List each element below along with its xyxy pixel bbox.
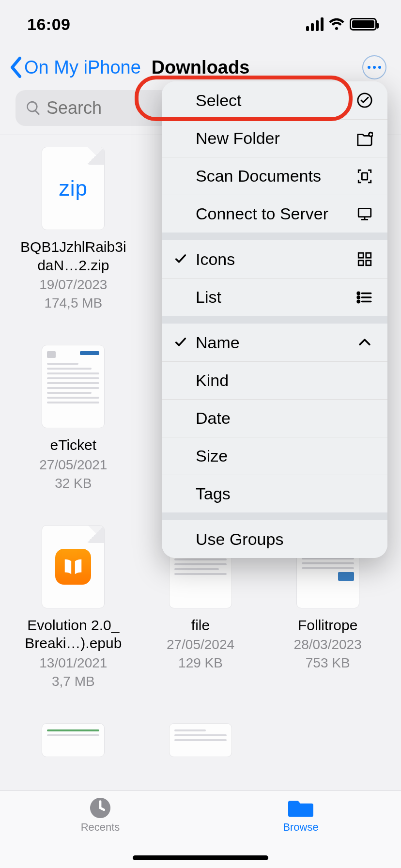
tab-label: Recents [81, 821, 120, 834]
context-menu: Select New Folder Scan Documents Connect… [162, 81, 387, 558]
svg-rect-6 [358, 261, 363, 265]
menu-label: Name [196, 333, 240, 352]
svg-point-8 [357, 292, 359, 294]
menu-select[interactable]: Select [162, 81, 387, 119]
file-size: 753 KB [306, 655, 350, 671]
folder-icon [288, 797, 313, 819]
zip-icon: zip [59, 176, 88, 201]
file-thumbnail: zip [42, 147, 105, 230]
file-name: Evolution 2.0_ Breaki…).epub [20, 616, 126, 652]
svg-point-9 [357, 296, 359, 298]
svg-rect-2 [362, 172, 367, 179]
wifi-icon [328, 17, 345, 31]
file-date: 28/03/2023 [294, 637, 362, 652]
ellipsis-icon [368, 66, 381, 69]
menu-scan-documents[interactable]: Scan Documents [162, 157, 387, 195]
file-date: 27/05/2024 [167, 637, 234, 652]
tab-label: Browse [283, 821, 318, 834]
file-date: 13/01/2021 [39, 655, 107, 671]
search-icon [25, 100, 42, 116]
menu-label: Select [196, 91, 242, 110]
svg-rect-4 [358, 253, 363, 258]
chevron-up-icon [356, 334, 373, 351]
home-indicator[interactable] [133, 855, 268, 860]
file-name: BQB1JzhlRaib3idaN…2.zip [20, 238, 126, 274]
menu-new-folder[interactable]: New Folder [162, 119, 387, 157]
page-title: Downloads [152, 57, 250, 78]
menu-label: New Folder [196, 129, 280, 148]
menu-sort-date[interactable]: Date [162, 399, 387, 437]
status-indicators [306, 17, 377, 31]
svg-rect-7 [366, 261, 371, 265]
file-item[interactable]: zip BQB1JzhlRaib3idaN…2.zip 19/07/2023 1… [16, 147, 130, 311]
status-bar: 16:09 [0, 0, 401, 48]
file-date: 27/05/2021 [39, 457, 107, 473]
cellular-icon [306, 17, 324, 31]
list-icon [356, 289, 373, 306]
file-size: 174,5 MB [44, 295, 102, 311]
book-icon [55, 549, 91, 585]
pdf-preview-icon [170, 724, 231, 757]
menu-label: Kind [196, 371, 229, 390]
menu-sort-tags[interactable]: Tags [162, 475, 387, 512]
battery-icon [350, 18, 377, 31]
menu-label: Tags [196, 484, 231, 503]
svg-point-10 [357, 300, 359, 302]
menu-sort-kind[interactable]: Kind [162, 361, 387, 399]
status-time: 16:09 [27, 15, 70, 34]
tab-bar: Recents Browse [0, 790, 401, 868]
menu-sort-name[interactable]: Name [162, 324, 387, 361]
file-name: Follitrope [298, 616, 357, 635]
menu-label: Connect to Server [196, 204, 328, 223]
checkmark-circle-icon [356, 92, 373, 108]
svg-rect-5 [366, 253, 371, 258]
file-item[interactable] [16, 723, 130, 757]
file-item[interactable]: Evolution 2.0_ Breaki…).epub 13/01/2021 … [16, 525, 130, 689]
nav-header: On My iPhone Downloads [0, 48, 401, 86]
menu-label: Scan Documents [196, 167, 321, 186]
menu-connect-server[interactable]: Connect to Server [162, 195, 387, 232]
file-item[interactable] [144, 723, 258, 757]
menu-sort-size[interactable]: Size [162, 437, 387, 475]
folder-plus-icon [356, 130, 373, 147]
grid-icon [356, 251, 373, 267]
server-icon [356, 206, 373, 222]
file-name: eTicket [50, 436, 97, 454]
file-size: 3,7 MB [52, 674, 95, 689]
file-item[interactable]: eTicket 27/05/2021 32 KB [16, 345, 130, 491]
file-date: 19/07/2023 [39, 277, 107, 293]
back-button[interactable]: On My iPhone [9, 57, 141, 78]
svg-rect-3 [358, 208, 371, 217]
menu-label: Size [196, 447, 228, 465]
file-thumbnail [42, 723, 105, 757]
checkmark-icon [173, 335, 188, 350]
scan-icon [356, 168, 373, 185]
back-label: On My iPhone [24, 57, 141, 78]
file-thumbnail [42, 525, 105, 608]
more-button[interactable] [362, 55, 386, 79]
chevron-left-icon [9, 57, 23, 78]
menu-use-groups[interactable]: Use Groups [162, 520, 387, 558]
menu-label: List [196, 288, 221, 307]
menu-view-icons[interactable]: Icons [162, 240, 387, 278]
pdf-preview-icon [42, 345, 104, 428]
menu-label: Use Groups [196, 530, 283, 549]
file-name: file [191, 616, 210, 635]
menu-label: Date [196, 409, 231, 428]
file-thumbnail [42, 345, 105, 428]
checkmark-icon [173, 252, 188, 266]
pdf-preview-icon [42, 724, 104, 757]
file-thumbnail [169, 723, 232, 757]
file-size: 129 KB [178, 655, 223, 671]
menu-label: Icons [196, 250, 235, 269]
file-size: 32 KB [55, 476, 92, 491]
clock-icon [88, 797, 113, 819]
menu-view-list[interactable]: List [162, 278, 387, 316]
